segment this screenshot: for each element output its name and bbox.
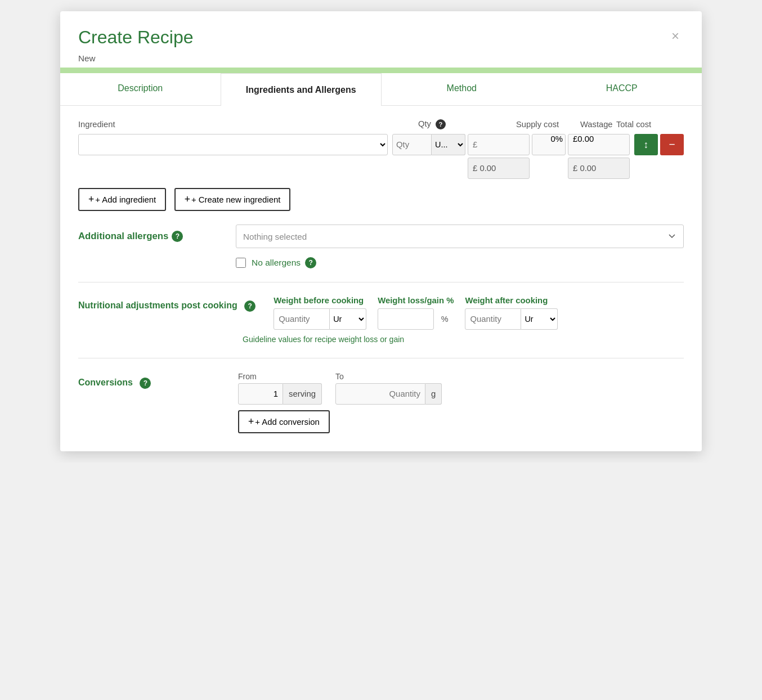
create-ingredient-plus-icon: + [185, 194, 190, 205]
wastage-col-header: Wastage [580, 120, 614, 129]
nutritional-label: Nutritional adjustments post cooking ? [78, 296, 256, 312]
weight-loss-input[interactable] [378, 308, 434, 330]
from-label: From [238, 372, 322, 381]
conversions-help-icon[interactable]: ? [140, 378, 151, 389]
no-allergens-help-icon[interactable]: ? [305, 257, 316, 268]
to-label: To [335, 372, 442, 381]
allergens-label: Additional allergens ? [78, 231, 236, 242]
weight-before-group: Weight before cooking Ur [274, 296, 366, 330]
pct-suffix-icon: % [441, 315, 449, 324]
ingredient-col-header: Ingredient [78, 120, 414, 129]
ingredient-supply-input[interactable] [468, 134, 530, 155]
modal-subtitle: New [60, 53, 702, 68]
total-col-header: Total cost [616, 120, 684, 129]
to-inputs: g [335, 383, 442, 405]
ingredient-select[interactable] [78, 134, 388, 155]
qty-col-header: Qty ? [418, 119, 514, 129]
conversions-content: From serving To g [238, 372, 684, 433]
weight-after-inputs: Ur [465, 308, 558, 330]
no-allergens-label[interactable]: No allergens ? [252, 257, 316, 268]
to-col: To g [335, 372, 442, 405]
weight-after-unit-select[interactable]: Ur [521, 308, 558, 330]
weight-before-qty-input[interactable] [274, 308, 330, 330]
tab-ingredients[interactable]: Ingredients and Allergens [221, 73, 382, 106]
modal: Create Recipe × New Description Ingredie… [60, 11, 702, 451]
allergens-select[interactable]: Nothing selected [236, 225, 684, 248]
weight-before-inputs: Ur [274, 308, 366, 330]
total-supply-value: £ 0.00 [468, 158, 530, 179]
create-ingredient-button[interactable]: + + Create new ingredient [174, 188, 291, 211]
qty-help-icon[interactable]: ? [436, 119, 446, 129]
ingredient-actions: + + Add ingredient + + Create new ingred… [78, 188, 684, 211]
ingredient-unit-select[interactable]: U... [432, 134, 465, 155]
weight-after-group: Weight after cooking Ur [465, 296, 558, 330]
section-divider-1 [78, 282, 684, 282]
add-ingredient-plus-icon: + [88, 194, 94, 205]
weight-loss-inputs: % [378, 308, 454, 330]
weight-loss-group: Weight loss/gain % % [378, 296, 454, 330]
tab-haccp[interactable]: HACCP [542, 73, 702, 105]
to-qty-input[interactable] [335, 383, 425, 405]
ingredient-totals-row: £ 0.00 £ 0.00 [78, 158, 684, 179]
supply-col-header: Supply cost [516, 120, 578, 129]
allergens-row: Additional allergens ? Nothing selected [78, 225, 684, 248]
total-cost-value: £ 0.00 [568, 158, 630, 179]
weight-after-label: Weight after cooking [465, 296, 558, 305]
nutritional-fields: Weight before cooking Ur Weight loss/gai… [274, 296, 684, 330]
sort-button[interactable]: ↕ [634, 134, 658, 155]
nutritional-section: Nutritional adjustments post cooking ? W… [78, 296, 684, 330]
delete-ingredient-button[interactable]: − [660, 134, 684, 155]
from-col: From serving [238, 372, 322, 405]
add-conversion-button[interactable]: + + Add conversion [238, 410, 330, 433]
guideline-link[interactable]: Guideline values for recipe weight loss … [243, 335, 404, 344]
from-inputs: serving [238, 383, 322, 405]
ingredient-row: U... 0% £0.00 ↕ − [78, 134, 684, 155]
allergens-help-icon[interactable]: ? [172, 231, 183, 242]
from-qty-input[interactable] [238, 383, 283, 405]
to-unit-display: g [425, 383, 442, 405]
tab-method[interactable]: Method [382, 73, 542, 105]
progress-bar [60, 68, 702, 73]
modal-body: Ingredient Qty ? Supply cost Wastage Tot… [60, 106, 702, 451]
ingredient-total: £0.00 [568, 134, 630, 155]
no-allergens-checkbox[interactable] [236, 258, 246, 268]
conversions-section: Conversions ? From serving To [78, 372, 684, 433]
tab-description[interactable]: Description [60, 73, 221, 105]
modal-title: Create Recipe [78, 27, 194, 48]
weight-loss-label: Weight loss/gain % [378, 296, 454, 305]
weight-before-label: Weight before cooking [274, 296, 366, 305]
tab-bar: Description Ingredients and Allergens Me… [60, 73, 702, 106]
conversions-label: Conversions ? [78, 372, 225, 389]
ingredients-header: Ingredient Qty ? Supply cost Wastage Tot… [78, 119, 684, 129]
add-conversion-plus-icon: + [248, 416, 254, 428]
no-allergens-row: No allergens ? [78, 257, 684, 268]
ingredient-wastage: 0% [532, 134, 566, 155]
section-divider-2 [78, 358, 684, 358]
weight-after-qty-input[interactable] [465, 308, 521, 330]
conversion-row: From serving To g [238, 372, 684, 405]
nutritional-help-icon[interactable]: ? [244, 300, 256, 312]
weight-before-unit-select[interactable]: Ur [330, 308, 366, 330]
from-unit-display: serving [283, 383, 322, 405]
add-ingredient-button[interactable]: + + Add ingredient [78, 188, 166, 211]
close-button[interactable]: × [667, 27, 684, 45]
ingredient-qty-input[interactable] [392, 134, 432, 155]
modal-header: Create Recipe × [60, 11, 702, 53]
